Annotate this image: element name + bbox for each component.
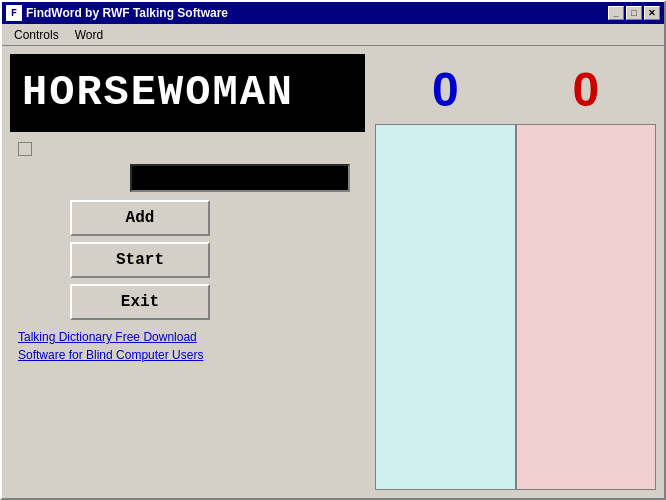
content-area: HORSEWOMAN Add Start Exit — [2, 46, 664, 498]
word-banner: HORSEWOMAN — [10, 54, 365, 132]
right-panel: 0 0 — [375, 54, 656, 490]
scroll-indicator[interactable] — [18, 142, 32, 156]
blue-score-column: 0 — [375, 54, 516, 490]
current-word: HORSEWOMAN — [22, 69, 294, 117]
blue-score-value: 0 — [375, 54, 516, 124]
link-line1[interactable]: Talking Dictionary Free Download — [18, 328, 375, 346]
menu-bar: Controls Word — [2, 24, 664, 46]
title-buttons: _ □ ✕ — [608, 6, 660, 20]
minimize-button[interactable]: _ — [608, 6, 624, 20]
maximize-button[interactable]: □ — [626, 6, 642, 20]
menu-controls[interactable]: Controls — [6, 26, 67, 44]
word-input[interactable] — [130, 164, 350, 192]
exit-button[interactable]: Exit — [70, 284, 210, 320]
main-window: F FindWord by RWF Talking Software _ □ ✕… — [0, 0, 666, 500]
close-button[interactable]: ✕ — [644, 6, 660, 20]
app-icon: F — [6, 5, 22, 21]
red-score-list — [516, 124, 657, 490]
left-panel: HORSEWOMAN Add Start Exit — [10, 54, 375, 490]
red-score-column: 0 — [516, 54, 657, 490]
window-title: FindWord by RWF Talking Software — [26, 6, 228, 20]
title-bar: F FindWord by RWF Talking Software _ □ ✕ — [2, 2, 664, 24]
link-line2[interactable]: Software for Blind Computer Users — [18, 346, 375, 364]
title-bar-left: F FindWord by RWF Talking Software — [6, 5, 228, 21]
menu-word[interactable]: Word — [67, 26, 111, 44]
red-score-value: 0 — [516, 54, 657, 124]
main-layout: HORSEWOMAN Add Start Exit — [10, 54, 656, 490]
add-button[interactable]: Add — [70, 200, 210, 236]
blue-score-list — [375, 124, 516, 490]
link-area: Talking Dictionary Free Download Softwar… — [18, 328, 375, 364]
start-button[interactable]: Start — [70, 242, 210, 278]
